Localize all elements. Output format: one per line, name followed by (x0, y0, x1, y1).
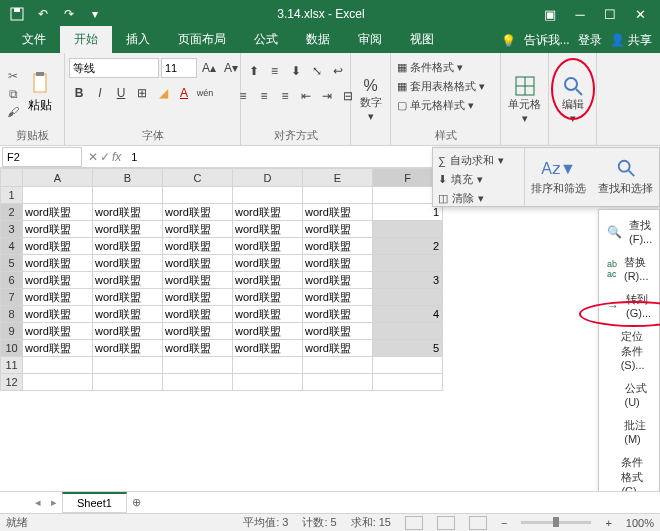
font-size-select[interactable]: 11 (161, 58, 197, 78)
share-button[interactable]: 👤 共享 (610, 32, 652, 49)
underline-button[interactable]: U (111, 83, 131, 103)
cell[interactable]: word联盟 (233, 306, 303, 323)
cell[interactable]: word联盟 (163, 323, 233, 340)
name-box[interactable]: F2 (2, 147, 82, 167)
cell[interactable] (373, 221, 443, 238)
row-header[interactable]: 11 (1, 357, 23, 374)
sheet-tab[interactable]: Sheet1 (62, 492, 127, 513)
menu-goto-special[interactable]: 定位条件(S)... (599, 324, 659, 376)
cell[interactable]: word联盟 (163, 221, 233, 238)
tab-formulas[interactable]: 公式 (240, 26, 292, 53)
login-button[interactable]: 登录 (578, 32, 602, 49)
cell[interactable]: word联盟 (163, 204, 233, 221)
cell[interactable]: word联盟 (23, 255, 93, 272)
cell[interactable]: word联盟 (93, 340, 163, 357)
menu-comments[interactable]: 批注(M) (599, 413, 659, 450)
format-painter-icon[interactable]: 🖌 (4, 104, 22, 120)
cell[interactable]: word联盟 (163, 272, 233, 289)
cell[interactable] (163, 187, 233, 204)
cell[interactable]: word联盟 (93, 323, 163, 340)
copy-icon[interactable]: ⧉ (4, 86, 22, 102)
cell[interactable]: word联盟 (233, 289, 303, 306)
col-header[interactable]: E (303, 169, 373, 187)
cell[interactable]: word联盟 (303, 255, 373, 272)
cell[interactable]: word联盟 (23, 306, 93, 323)
minimize-icon[interactable]: ─ (566, 3, 594, 25)
cell[interactable]: word联盟 (93, 289, 163, 306)
cell[interactable] (373, 289, 443, 306)
cell[interactable] (303, 374, 373, 391)
align-bottom-icon[interactable]: ⬇ (286, 61, 306, 81)
undo-icon[interactable]: ↶ (32, 3, 54, 25)
row-header[interactable]: 1 (1, 187, 23, 204)
cell[interactable]: word联盟 (23, 323, 93, 340)
cell[interactable]: word联盟 (303, 272, 373, 289)
cell[interactable]: word联盟 (23, 221, 93, 238)
tab-file[interactable]: 文件 (8, 26, 60, 53)
sort-filter-button[interactable]: Aᴢ▼排序和筛选 (525, 148, 592, 206)
zoom-out-button[interactable]: − (501, 517, 507, 529)
align-left-icon[interactable]: ≡ (233, 86, 253, 106)
cell[interactable] (233, 187, 303, 204)
cell[interactable] (23, 187, 93, 204)
shrink-font-icon[interactable]: A▾ (221, 58, 241, 78)
cell[interactable]: word联盟 (163, 255, 233, 272)
find-select-button[interactable]: 查找和选择 (592, 148, 659, 206)
cell[interactable] (163, 357, 233, 374)
cell[interactable] (93, 357, 163, 374)
autosum-button[interactable]: ∑自动求和 ▾ (437, 151, 520, 170)
row-header[interactable]: 9 (1, 323, 23, 340)
cell[interactable]: word联盟 (233, 221, 303, 238)
cell[interactable] (373, 357, 443, 374)
tab-layout[interactable]: 页面布局 (164, 26, 240, 53)
row-header[interactable]: 3 (1, 221, 23, 238)
cell[interactable]: word联盟 (233, 340, 303, 357)
cell[interactable]: word联盟 (163, 306, 233, 323)
tell-me[interactable]: 告诉我... (524, 32, 570, 49)
phonetic-button[interactable]: wén (195, 83, 215, 103)
cell[interactable] (373, 323, 443, 340)
menu-goto[interactable]: →转到(G)... (599, 287, 659, 324)
cell[interactable]: word联盟 (93, 255, 163, 272)
cell[interactable] (23, 374, 93, 391)
close-icon[interactable]: ✕ (626, 3, 654, 25)
view-normal-icon[interactable] (405, 516, 423, 530)
maximize-icon[interactable]: ☐ (596, 3, 624, 25)
row-header[interactable]: 12 (1, 374, 23, 391)
zoom-level[interactable]: 100% (626, 517, 654, 529)
view-layout-icon[interactable] (437, 516, 455, 530)
cell[interactable] (23, 357, 93, 374)
cell[interactable]: word联盟 (233, 255, 303, 272)
border-button[interactable]: ⊞ (132, 83, 152, 103)
cut-icon[interactable]: ✂ (4, 68, 22, 84)
align-top-icon[interactable]: ⬆ (244, 61, 264, 81)
align-center-icon[interactable]: ≡ (254, 86, 274, 106)
cell[interactable]: word联盟 (23, 272, 93, 289)
grow-font-icon[interactable]: A▴ (199, 58, 219, 78)
wrap-text-icon[interactable]: ↩ (328, 61, 348, 81)
cell[interactable] (373, 255, 443, 272)
row-header[interactable]: 4 (1, 238, 23, 255)
font-color-button[interactable]: A (174, 83, 194, 103)
cell[interactable] (93, 187, 163, 204)
cell[interactable]: word联盟 (233, 323, 303, 340)
align-right-icon[interactable]: ≡ (275, 86, 295, 106)
cell[interactable]: word联盟 (303, 306, 373, 323)
number-button[interactable]: %数字▾ (355, 77, 386, 123)
cell[interactable]: word联盟 (303, 238, 373, 255)
ribbon-options-icon[interactable]: ▣ (536, 3, 564, 25)
tab-review[interactable]: 审阅 (344, 26, 396, 53)
cell[interactable]: word联盟 (23, 204, 93, 221)
cell[interactable]: 4 (373, 306, 443, 323)
cell[interactable]: word联盟 (233, 204, 303, 221)
qat-dropdown-icon[interactable]: ▾ (84, 3, 106, 25)
row-header[interactable]: 5 (1, 255, 23, 272)
cell[interactable]: word联盟 (303, 221, 373, 238)
save-icon[interactable] (6, 3, 28, 25)
cell[interactable] (373, 374, 443, 391)
cell[interactable]: word联盟 (163, 289, 233, 306)
view-pagebreak-icon[interactable] (469, 516, 487, 530)
cell[interactable]: word联盟 (303, 340, 373, 357)
conditional-format-button[interactable]: ▦条件格式 ▾ (395, 58, 496, 77)
row-header[interactable]: 10 (1, 340, 23, 357)
